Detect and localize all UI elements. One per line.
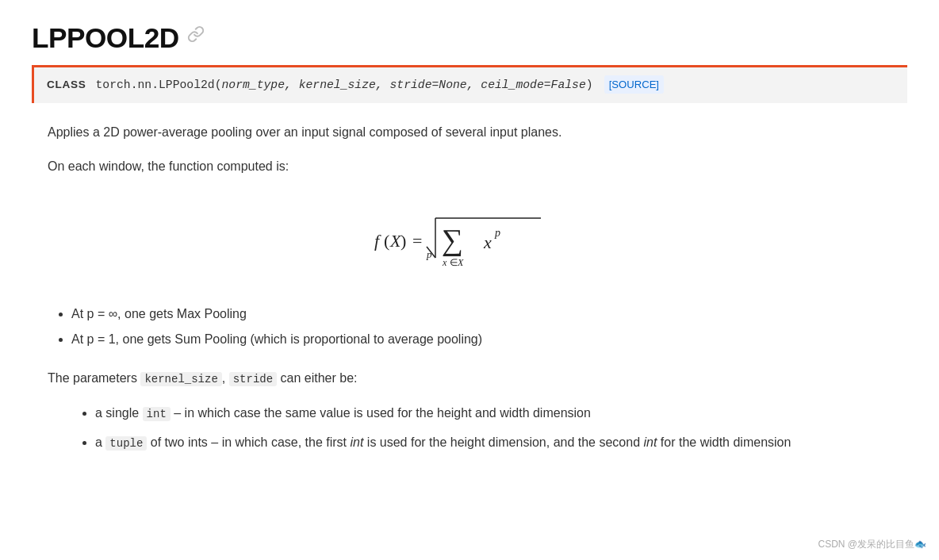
class-keyword: CLASS <box>47 76 86 94</box>
svg-text:=: = <box>412 231 422 251</box>
nested-bullet-list: a single int – in which case the same va… <box>48 403 891 453</box>
class-signature-box: CLASS torch.nn.LPPool2d(norm_type, kerne… <box>32 67 907 103</box>
svg-text:x: x <box>442 257 447 268</box>
svg-text:∑: ∑ <box>442 223 463 257</box>
code-stride: stride <box>229 372 277 386</box>
formula-container: f ( X ) = p ∑ x ∈ X x p <box>48 201 891 280</box>
svg-text:f: f <box>374 231 381 251</box>
params-para: The parameters kernel_size, stride can e… <box>48 368 891 389</box>
nested-bullet-item-1: a single int – in which case the same va… <box>95 403 891 424</box>
svg-text:(: ( <box>384 231 389 251</box>
code-int-1: int <box>143 407 171 421</box>
math-formula-svg: f ( X ) = p ∑ x ∈ X x p <box>366 201 573 280</box>
page-title: LPPOOL2D <box>32 16 179 60</box>
nested-bullet-item-2: a tuple of two ints – in which case, the… <box>95 432 891 453</box>
svg-text:∈: ∈ <box>450 257 458 268</box>
code-kernel-size: kernel_size <box>140 372 221 386</box>
svg-text:X: X <box>457 257 464 268</box>
description-line1: Applies a 2D power-average pooling over … <box>48 122 891 143</box>
source-link[interactable]: [SOURCE] <box>604 75 664 94</box>
svg-text:x: x <box>483 232 492 252</box>
page-title-row: LPPOOL2D <box>32 16 907 60</box>
svg-text:): ) <box>401 231 406 251</box>
anchor-link-icon[interactable] <box>187 25 205 51</box>
bullet-item-1: At p = ∞, one gets Max Pooling <box>71 304 891 324</box>
signature-text: torch.nn.LPPool2d(norm_type, kernel_size… <box>95 76 592 95</box>
svg-text:p: p <box>494 227 500 239</box>
bullet-item-2: At p = 1, one gets Sum Pooling (which is… <box>71 329 891 350</box>
code-tuple: tuple <box>105 436 147 451</box>
content-area: Applies a 2D power-average pooling over … <box>32 122 907 453</box>
description-line2: On each window, the function computed is… <box>48 156 891 177</box>
main-bullet-list: At p = ∞, one gets Max Pooling At p = 1,… <box>48 304 891 349</box>
